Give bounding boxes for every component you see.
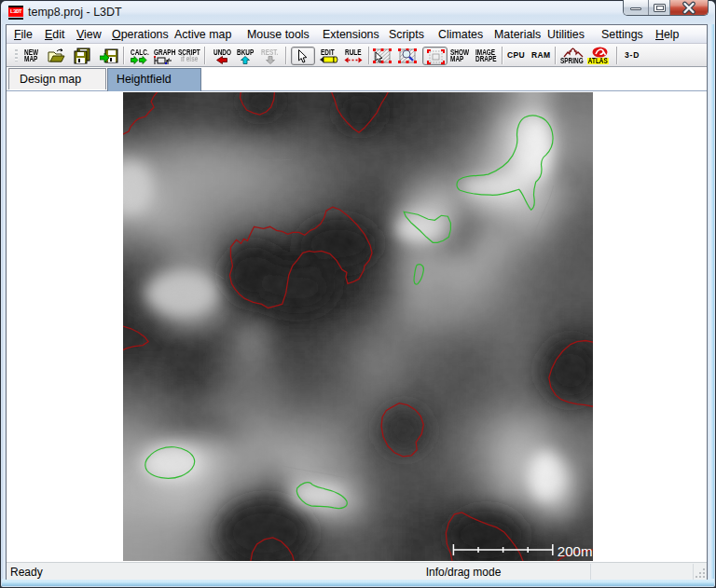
svg-text:200m: 200m xyxy=(558,543,593,559)
